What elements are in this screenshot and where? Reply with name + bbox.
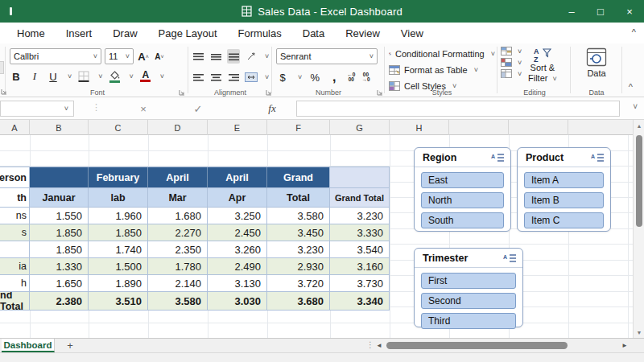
table-cell[interactable]: 3.450 — [267, 224, 330, 241]
table-cell[interactable]: nd Total — [0, 292, 30, 311]
tab-view[interactable]: View — [390, 23, 434, 43]
table-cell[interactable]: 3.580 — [267, 208, 330, 224]
table-cell[interactable]: 3.720 — [267, 275, 330, 292]
orientation-button[interactable] — [245, 49, 258, 64]
slicer-item[interactable]: South — [421, 212, 504, 228]
table-cell[interactable]: 1.650 — [30, 275, 89, 292]
table-cell[interactable]: 1.850 — [30, 241, 89, 258]
scroll-up-icon[interactable]: ▲ — [634, 120, 644, 131]
chevron-down-icon[interactable]: ˅ — [518, 70, 522, 78]
comma-format-button[interactable]: , — [328, 70, 341, 84]
tab-page-layout[interactable]: Page Layout — [148, 23, 228, 43]
table-cell[interactable]: 2.380 — [30, 292, 89, 311]
chevron-down-icon[interactable]: ˅ — [518, 59, 522, 67]
column-header-e[interactable]: E — [208, 120, 267, 135]
collapse-ribbon-icon[interactable]: ^ — [629, 82, 633, 92]
font-name-select[interactable]: Callbri˅ — [10, 48, 101, 64]
horizontal-scroll-thumb[interactable] — [386, 342, 568, 349]
table-cell[interactable]: 1.780 — [148, 258, 208, 275]
table-cell[interactable]: April — [208, 167, 267, 188]
table-cell[interactable]: sperson — [0, 167, 30, 188]
table-cell[interactable]: 2.490 — [208, 258, 267, 275]
table-cell[interactable]: 2.350 — [148, 241, 208, 258]
table-cell[interactable] — [330, 167, 390, 188]
chevron-down-icon[interactable]: ˅ — [68, 72, 72, 80]
table-cell[interactable]: February — [89, 167, 148, 188]
sort-filter-button[interactable]: A Z Sort & Filter ˅ — [528, 47, 557, 84]
percent-format-button[interactable]: % — [308, 70, 321, 84]
slicer-item[interactable]: North — [421, 192, 504, 208]
minimize-button[interactable]: – — [557, 0, 586, 23]
align-top-button[interactable] — [192, 49, 204, 64]
slicer-multiselect-icon[interactable]: A — [591, 153, 605, 162]
ribbon-display-options-icon[interactable]: ^ — [632, 27, 636, 37]
chevron-down-icon[interactable]: ˅ — [265, 52, 269, 60]
insert-function-icon[interactable]: fx — [264, 101, 280, 117]
table-cell[interactable]: th — [0, 188, 30, 208]
scroll-right-icon[interactable]: ► — [621, 342, 628, 349]
table-cell[interactable]: 1.550 — [30, 208, 89, 224]
chevron-down-icon[interactable]: ˅ — [160, 72, 164, 80]
column-header-blank[interactable] — [449, 120, 509, 135]
font-size-select[interactable]: 11˅ — [105, 48, 134, 64]
slicer-item[interactable]: Second — [421, 293, 516, 309]
table-cell[interactable]: 2.270 — [148, 224, 208, 241]
cancel-icon[interactable]: × — [135, 101, 151, 117]
conditional-formatting-button[interactable]: Conditional Formatting˅ — [389, 46, 495, 62]
slicer-item[interactable]: Third — [421, 313, 516, 329]
font-color-button[interactable]: A — [139, 69, 152, 84]
slicer-item[interactable]: Item B — [524, 192, 604, 208]
autosum-icon[interactable] — [501, 47, 512, 56]
align-bottom-button[interactable] — [227, 49, 240, 64]
scroll-left-icon[interactable]: ◄ — [376, 342, 382, 349]
column-header-f[interactable]: F — [267, 120, 330, 135]
table-cell[interactable]: 3.340 — [330, 292, 390, 311]
tab-draw[interactable]: Draw — [102, 23, 147, 43]
table-cell[interactable]: ns — [0, 208, 30, 224]
table-cell[interactable]: 3.680 — [267, 292, 330, 311]
table-cell[interactable]: lab — [89, 188, 148, 208]
table-cell[interactable] — [0, 241, 30, 258]
table-cell[interactable]: 1.960 — [89, 208, 148, 224]
decrease-font-size-button[interactable]: A˅ — [153, 49, 166, 64]
table-cell[interactable]: Mar — [148, 188, 208, 208]
number-format-select[interactable]: Senrant˅ — [276, 48, 378, 64]
dialog-launcher-icon[interactable] — [1, 88, 7, 95]
dialog-launcher-icon[interactable] — [179, 89, 185, 96]
table-cell[interactable]: 3.580 — [148, 292, 208, 311]
column-header-h[interactable]: H — [390, 120, 449, 135]
tab-insert[interactable]: Insert — [56, 23, 103, 43]
currency-format-button[interactable]: $ — [276, 70, 289, 84]
vertical-scroll-thumb[interactable] — [636, 135, 642, 227]
table-cell[interactable]: 3.160 — [330, 258, 390, 275]
table-cell[interactable]: 2.140 — [148, 275, 208, 292]
column-header-c[interactable]: C — [89, 120, 148, 135]
table-cell[interactable]: 3.330 — [330, 224, 390, 241]
align-center-button[interactable] — [209, 70, 222, 84]
chevron-down-icon[interactable]: ˅ — [518, 47, 522, 56]
table-cell[interactable]: ia — [0, 258, 30, 275]
close-button[interactable]: × — [615, 0, 644, 23]
table-cell[interactable]: h — [0, 275, 30, 292]
borders-button[interactable] — [77, 69, 90, 84]
underline-button[interactable]: U — [47, 69, 60, 84]
table-cell[interactable]: 1.680 — [148, 208, 208, 224]
column-header-blank[interactable] — [509, 120, 568, 135]
column-header-b[interactable]: B — [30, 120, 89, 135]
enter-icon[interactable]: ✓ — [190, 101, 206, 117]
decrease-decimal-button[interactable]: 00→0 — [361, 72, 369, 83]
slicer-item[interactable]: Item A — [524, 172, 604, 188]
scroll-down-icon[interactable]: ▼ — [634, 327, 644, 338]
chevron-down-icon[interactable]: ˅ — [298, 73, 302, 81]
column-header-blank[interactable] — [568, 120, 633, 135]
table-cell[interactable]: 3.130 — [208, 275, 267, 292]
sheet-tab-dashboard[interactable]: Dashboard — [2, 339, 55, 352]
table-cell[interactable] — [30, 167, 89, 188]
format-as-table-button[interactable]: Format as Table˅ — [389, 62, 495, 78]
clear-icon[interactable] — [501, 69, 512, 78]
slicer-item[interactable]: East — [421, 172, 504, 188]
table-cell[interactable]: 3.540 — [330, 241, 390, 258]
table-cell[interactable]: 1.890 — [89, 275, 148, 292]
column-header-g[interactable]: G — [330, 120, 390, 135]
increase-font-size-button[interactable]: A˄ — [137, 49, 150, 64]
